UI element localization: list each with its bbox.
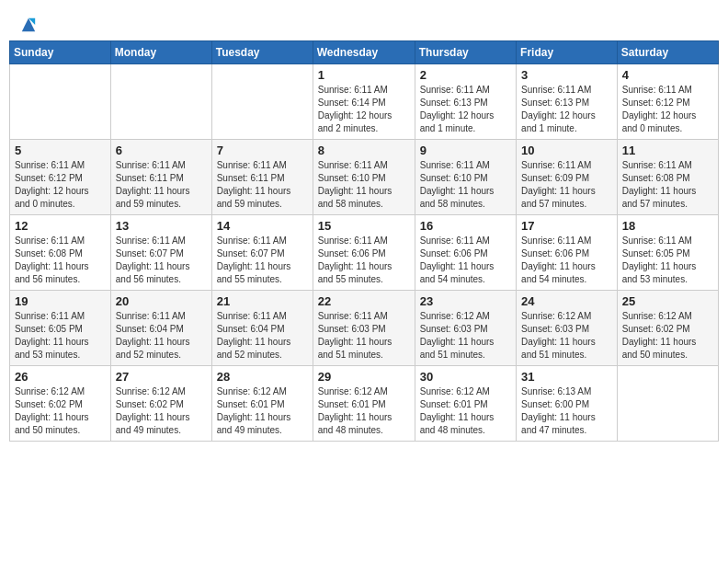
day-info: Sunrise: 6:11 AM Sunset: 6:04 PM Dayligh… <box>217 310 308 362</box>
calendar-day-cell: 5Sunrise: 6:11 AM Sunset: 6:12 PM Daylig… <box>10 140 111 215</box>
day-info: Sunrise: 6:11 AM Sunset: 6:06 PM Dayligh… <box>420 235 511 286</box>
day-info: Sunrise: 6:11 AM Sunset: 6:05 PM Dayligh… <box>622 235 713 286</box>
day-info: Sunrise: 6:12 AM Sunset: 6:02 PM Dayligh… <box>15 385 106 437</box>
day-info: Sunrise: 6:12 AM Sunset: 6:01 PM Dayligh… <box>318 385 410 437</box>
calendar-day-cell: 9Sunrise: 6:11 AM Sunset: 6:10 PM Daylig… <box>415 140 516 215</box>
day-number: 21 <box>217 294 308 308</box>
day-info: Sunrise: 6:11 AM Sunset: 6:13 PM Dayligh… <box>420 84 511 135</box>
calendar-day-cell: 24Sunrise: 6:12 AM Sunset: 6:03 PM Dayli… <box>517 291 618 366</box>
calendar-day-cell: 6Sunrise: 6:11 AM Sunset: 6:11 PM Daylig… <box>110 140 211 215</box>
calendar-day-cell: 29Sunrise: 6:12 AM Sunset: 6:01 PM Dayli… <box>313 366 415 442</box>
day-number: 29 <box>318 370 410 384</box>
calendar-day-cell: 25Sunrise: 6:12 AM Sunset: 6:02 PM Dayli… <box>617 291 718 366</box>
day-info: Sunrise: 6:11 AM Sunset: 6:14 PM Dayligh… <box>318 84 410 135</box>
day-number: 30 <box>420 370 511 384</box>
day-number: 5 <box>15 144 106 157</box>
day-number: 25 <box>622 294 713 308</box>
calendar-week-row: 19Sunrise: 6:11 AM Sunset: 6:05 PM Dayli… <box>10 291 719 366</box>
day-info: Sunrise: 6:11 AM Sunset: 6:06 PM Dayligh… <box>521 235 612 286</box>
day-info: Sunrise: 6:12 AM Sunset: 6:03 PM Dayligh… <box>521 310 612 362</box>
day-info: Sunrise: 6:12 AM Sunset: 6:03 PM Dayligh… <box>420 310 511 362</box>
day-number: 19 <box>15 294 106 308</box>
day-number: 24 <box>521 294 612 308</box>
day-info: Sunrise: 6:12 AM Sunset: 6:01 PM Dayligh… <box>217 385 308 437</box>
calendar-empty-cell <box>10 64 111 140</box>
day-info: Sunrise: 6:11 AM Sunset: 6:07 PM Dayligh… <box>116 235 207 286</box>
day-number: 6 <box>116 144 207 157</box>
day-info: Sunrise: 6:11 AM Sunset: 6:10 PM Dayligh… <box>318 159 410 211</box>
day-info: Sunrise: 6:11 AM Sunset: 6:04 PM Dayligh… <box>116 310 207 362</box>
day-info: Sunrise: 6:12 AM Sunset: 6:02 PM Dayligh… <box>622 310 713 362</box>
logo <box>18 17 37 33</box>
calendar-day-cell: 27Sunrise: 6:12 AM Sunset: 6:02 PM Dayli… <box>110 366 211 442</box>
day-number: 10 <box>521 144 612 157</box>
day-number: 12 <box>15 219 106 233</box>
calendar-week-row: 5Sunrise: 6:11 AM Sunset: 6:12 PM Daylig… <box>10 140 719 215</box>
calendar-day-cell: 31Sunrise: 6:13 AM Sunset: 6:00 PM Dayli… <box>517 366 618 442</box>
day-number: 1 <box>318 68 410 82</box>
day-number: 14 <box>217 219 308 233</box>
day-number: 7 <box>217 144 308 157</box>
day-info: Sunrise: 6:11 AM Sunset: 6:10 PM Dayligh… <box>420 159 511 211</box>
day-number: 8 <box>318 144 410 157</box>
calendar-day-cell: 7Sunrise: 6:11 AM Sunset: 6:11 PM Daylig… <box>211 140 313 215</box>
calendar-empty-cell <box>211 64 313 140</box>
calendar-empty-cell <box>110 64 211 140</box>
calendar-day-cell: 20Sunrise: 6:11 AM Sunset: 6:04 PM Dayli… <box>110 291 211 366</box>
weekday-header: Thursday <box>415 41 516 64</box>
day-info: Sunrise: 6:11 AM Sunset: 6:12 PM Dayligh… <box>622 84 713 135</box>
calendar-day-cell: 16Sunrise: 6:11 AM Sunset: 6:06 PM Dayli… <box>415 215 516 291</box>
calendar-day-cell: 1Sunrise: 6:11 AM Sunset: 6:14 PM Daylig… <box>313 64 415 140</box>
day-number: 11 <box>622 144 713 157</box>
day-info: Sunrise: 6:11 AM Sunset: 6:03 PM Dayligh… <box>318 310 410 362</box>
day-info: Sunrise: 6:11 AM Sunset: 6:12 PM Dayligh… <box>15 159 106 211</box>
day-info: Sunrise: 6:11 AM Sunset: 6:11 PM Dayligh… <box>217 159 308 211</box>
calendar-day-cell: 3Sunrise: 6:11 AM Sunset: 6:13 PM Daylig… <box>517 64 618 140</box>
day-info: Sunrise: 6:11 AM Sunset: 6:09 PM Dayligh… <box>521 159 612 211</box>
calendar-day-cell: 10Sunrise: 6:11 AM Sunset: 6:09 PM Dayli… <box>517 140 618 215</box>
day-info: Sunrise: 6:11 AM Sunset: 6:07 PM Dayligh… <box>217 235 308 286</box>
calendar-day-cell: 19Sunrise: 6:11 AM Sunset: 6:05 PM Dayli… <box>10 291 111 366</box>
day-number: 9 <box>420 144 511 157</box>
calendar-day-cell: 14Sunrise: 6:11 AM Sunset: 6:07 PM Dayli… <box>211 215 313 291</box>
calendar-day-cell: 26Sunrise: 6:12 AM Sunset: 6:02 PM Dayli… <box>10 366 111 442</box>
day-number: 27 <box>116 370 207 384</box>
day-number: 13 <box>116 219 207 233</box>
day-number: 15 <box>318 219 410 233</box>
calendar-header-row: SundayMondayTuesdayWednesdayThursdayFrid… <box>10 41 719 64</box>
weekday-header: Wednesday <box>313 41 415 64</box>
day-number: 2 <box>420 68 511 82</box>
calendar-day-cell: 13Sunrise: 6:11 AM Sunset: 6:07 PM Dayli… <box>110 215 211 291</box>
calendar-week-row: 26Sunrise: 6:12 AM Sunset: 6:02 PM Dayli… <box>10 366 719 442</box>
day-info: Sunrise: 6:11 AM Sunset: 6:13 PM Dayligh… <box>521 84 612 135</box>
calendar-day-cell: 21Sunrise: 6:11 AM Sunset: 6:04 PM Dayli… <box>211 291 313 366</box>
day-info: Sunrise: 6:12 AM Sunset: 6:01 PM Dayligh… <box>420 385 511 437</box>
calendar-day-cell: 22Sunrise: 6:11 AM Sunset: 6:03 PM Dayli… <box>313 291 415 366</box>
day-info: Sunrise: 6:13 AM Sunset: 6:00 PM Dayligh… <box>521 385 612 437</box>
calendar-week-row: 12Sunrise: 6:11 AM Sunset: 6:08 PM Dayli… <box>10 215 719 291</box>
calendar-day-cell: 18Sunrise: 6:11 AM Sunset: 6:05 PM Dayli… <box>617 215 718 291</box>
day-number: 26 <box>15 370 106 384</box>
weekday-header: Friday <box>517 41 618 64</box>
day-info: Sunrise: 6:11 AM Sunset: 6:11 PM Dayligh… <box>116 159 207 211</box>
day-info: Sunrise: 6:11 AM Sunset: 6:05 PM Dayligh… <box>15 310 106 362</box>
calendar-day-cell: 2Sunrise: 6:11 AM Sunset: 6:13 PM Daylig… <box>415 64 516 140</box>
day-info: Sunrise: 6:12 AM Sunset: 6:02 PM Dayligh… <box>116 385 207 437</box>
page-header <box>9 9 719 33</box>
calendar-day-cell: 12Sunrise: 6:11 AM Sunset: 6:08 PM Dayli… <box>10 215 111 291</box>
calendar-day-cell: 30Sunrise: 6:12 AM Sunset: 6:01 PM Dayli… <box>415 366 516 442</box>
day-number: 3 <box>521 68 612 82</box>
calendar-week-row: 1Sunrise: 6:11 AM Sunset: 6:14 PM Daylig… <box>10 64 719 140</box>
day-number: 20 <box>116 294 207 308</box>
calendar-day-cell: 4Sunrise: 6:11 AM Sunset: 6:12 PM Daylig… <box>617 64 718 140</box>
calendar-day-cell: 11Sunrise: 6:11 AM Sunset: 6:08 PM Dayli… <box>617 140 718 215</box>
day-number: 17 <box>521 219 612 233</box>
calendar-day-cell: 8Sunrise: 6:11 AM Sunset: 6:10 PM Daylig… <box>313 140 415 215</box>
day-number: 22 <box>318 294 410 308</box>
day-number: 16 <box>420 219 511 233</box>
logo-icon <box>20 17 37 33</box>
weekday-header: Sunday <box>10 41 111 64</box>
day-info: Sunrise: 6:11 AM Sunset: 6:08 PM Dayligh… <box>622 159 713 211</box>
day-number: 23 <box>420 294 511 308</box>
calendar-day-cell: 28Sunrise: 6:12 AM Sunset: 6:01 PM Dayli… <box>211 366 313 442</box>
